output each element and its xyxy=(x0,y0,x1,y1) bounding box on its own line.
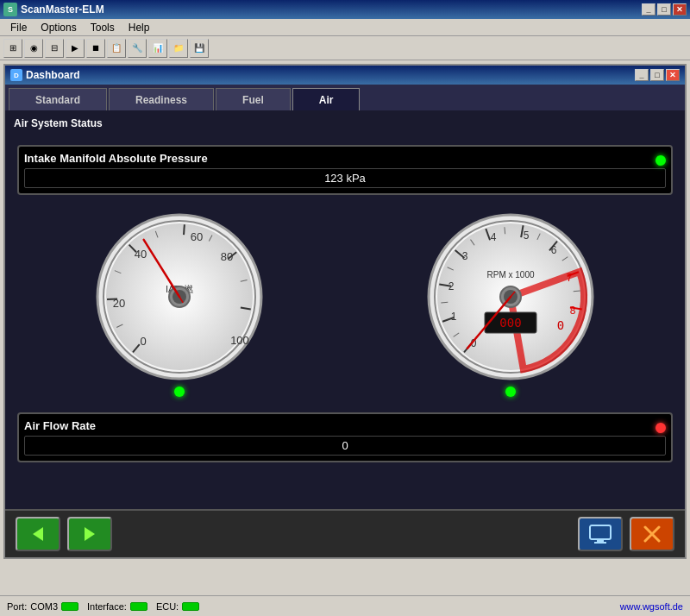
dashboard-window-controls: _ □ ✕ xyxy=(635,69,680,81)
outer-titlebar: S ScanMaster-ELM _ □ ✕ xyxy=(0,0,690,19)
pressure-status-dot xyxy=(656,155,666,166)
status-port: Port: COM3 xyxy=(7,601,78,612)
svg-text:6: 6 xyxy=(551,244,557,256)
exit-button[interactable] xyxy=(630,517,674,551)
ecu-label: ECU: xyxy=(156,601,179,612)
outer-maximize-button[interactable]: □ xyxy=(657,3,671,16)
svg-text:2: 2 xyxy=(448,280,455,292)
gauges-section: 0 20 40 60 80 100 IAT, 燃 xyxy=(14,211,676,397)
svg-marker-64 xyxy=(85,527,95,541)
svg-text:4: 4 xyxy=(491,231,497,243)
svg-line-7 xyxy=(184,224,185,235)
toolbar-btn-3[interactable]: ⊟ xyxy=(45,39,64,58)
toolbar-btn-2[interactable]: ◉ xyxy=(24,39,43,58)
port-label: Port: xyxy=(7,601,27,612)
nav-buttons xyxy=(16,517,112,551)
toolbar-btn-1[interactable]: ⊞ xyxy=(3,39,22,58)
dashboard-content: Air System Status Intake Manifold Absolu… xyxy=(5,110,685,509)
menu-options[interactable]: Options xyxy=(34,19,83,36)
airflow-title: Air Flow Rate xyxy=(24,419,96,432)
toolbar-btn-8[interactable]: 📊 xyxy=(148,39,167,58)
dashboard-title-area: D Dashboard xyxy=(10,69,80,81)
rpm-gauge: 0 1 2 3 4 5 6 7 xyxy=(424,211,597,383)
dashboard-minimize-button[interactable]: _ xyxy=(635,69,649,81)
dashboard-maximize-button[interactable]: □ xyxy=(650,69,664,81)
toolbar-btn-5[interactable]: ⏹ xyxy=(86,39,105,58)
svg-text:8: 8 xyxy=(570,305,576,317)
outer-minimize-button[interactable]: _ xyxy=(642,3,656,16)
tab-standard[interactable]: Standard xyxy=(9,88,107,110)
toolbar-btn-4[interactable]: ▶ xyxy=(66,39,85,58)
svg-line-45 xyxy=(574,291,580,292)
status-left: Port: COM3 Interface: ECU: xyxy=(7,601,199,612)
app-title: ScanMaster-ELM xyxy=(21,3,104,16)
svg-text:80: 80 xyxy=(221,250,233,263)
bottom-bar xyxy=(5,509,685,557)
dashboard-titlebar: D Dashboard _ □ ✕ xyxy=(5,66,685,85)
airflow-bar: Air Flow Rate 0 xyxy=(17,412,673,462)
status-interface: Interface: xyxy=(87,601,147,612)
outer-close-button[interactable]: ✕ xyxy=(673,3,687,16)
section-header: Air System Status xyxy=(14,116,676,131)
svg-rect-66 xyxy=(597,539,604,542)
airflow-status-dot xyxy=(656,423,666,433)
svg-text:20: 20 xyxy=(113,297,125,310)
svg-text:60: 60 xyxy=(191,230,203,243)
svg-text:40: 40 xyxy=(135,248,147,261)
svg-rect-65 xyxy=(590,525,611,539)
toolbar: ⊞ ◉ ⊟ ▶ ⏹ 📋 🔧 📊 📁 💾 xyxy=(0,36,690,60)
svg-marker-63 xyxy=(33,527,43,541)
tab-air[interactable]: Air xyxy=(292,88,361,110)
svg-line-42 xyxy=(505,227,505,234)
pressure-bar: Intake Manifold Absolute Pressure 123 kP… xyxy=(17,145,673,195)
app-icon: S xyxy=(3,3,17,16)
airflow-value: 0 xyxy=(32,439,658,452)
menu-file[interactable]: File xyxy=(3,19,34,36)
svg-text:1: 1 xyxy=(451,311,457,323)
outer-window-controls: _ □ ✕ xyxy=(642,3,687,16)
menu-tools[interactable]: Tools xyxy=(84,19,122,36)
svg-text:000: 000 xyxy=(499,316,521,330)
toolbar-btn-10[interactable]: 💾 xyxy=(190,39,209,58)
status-bar: Port: COM3 Interface: ECU: www.wgsoft.de xyxy=(0,595,690,616)
port-led xyxy=(61,602,78,611)
airflow-value-container: 0 xyxy=(24,436,666,456)
rpm-gauge-wrapper: 0 1 2 3 4 5 6 7 xyxy=(424,211,597,397)
toolbar-btn-6[interactable]: 📋 xyxy=(107,39,126,58)
action-buttons xyxy=(578,517,674,551)
svg-line-39 xyxy=(441,302,448,303)
rpm-gauge-status-dot xyxy=(505,387,516,397)
tab-fuel[interactable]: Fuel xyxy=(216,88,291,110)
monitor-button[interactable] xyxy=(578,517,623,551)
pressure-title: Intake Manifold Absolute Pressure xyxy=(24,152,208,165)
dashboard-icon: D xyxy=(10,69,22,81)
pressure-value: 123 kPa xyxy=(32,172,658,185)
status-website: www.wgsoft.de xyxy=(620,601,683,612)
status-ecu: ECU: xyxy=(156,601,199,612)
svg-text:3: 3 xyxy=(462,250,468,262)
menubar: File Options Tools Help xyxy=(0,19,690,36)
menu-help[interactable]: Help xyxy=(122,19,157,36)
svg-text:5: 5 xyxy=(524,229,530,242)
outer-title-area: S ScanMaster-ELM xyxy=(3,3,104,16)
toolbar-btn-7[interactable]: 🔧 xyxy=(128,39,147,58)
svg-text:7: 7 xyxy=(567,272,573,284)
back-button[interactable] xyxy=(16,517,60,551)
svg-text:0: 0 xyxy=(140,335,146,348)
iat-gauge: 0 20 40 60 80 100 IAT, 燃 xyxy=(93,211,266,383)
svg-text:RPM x 1000: RPM x 1000 xyxy=(486,270,534,280)
iat-gauge-status-dot xyxy=(174,387,185,397)
dashboard-title: Dashboard xyxy=(26,69,80,81)
forward-button[interactable] xyxy=(67,517,112,551)
port-value: COM3 xyxy=(30,601,58,612)
svg-text:0: 0 xyxy=(557,318,564,332)
dashboard-close-button[interactable]: ✕ xyxy=(666,69,680,81)
tab-readiness[interactable]: Readiness xyxy=(109,88,214,110)
iat-gauge-wrapper: 0 20 40 60 80 100 IAT, 燃 xyxy=(93,211,266,397)
dashboard-window: D Dashboard _ □ ✕ Standard Readiness Fue… xyxy=(3,64,687,559)
toolbar-btn-9[interactable]: 📁 xyxy=(169,39,188,58)
interface-label: Interface: xyxy=(87,601,127,612)
svg-text:100: 100 xyxy=(230,334,249,347)
pressure-value-container: 123 kPa xyxy=(24,168,666,188)
tabs-container: Standard Readiness Fuel Air xyxy=(5,85,685,110)
